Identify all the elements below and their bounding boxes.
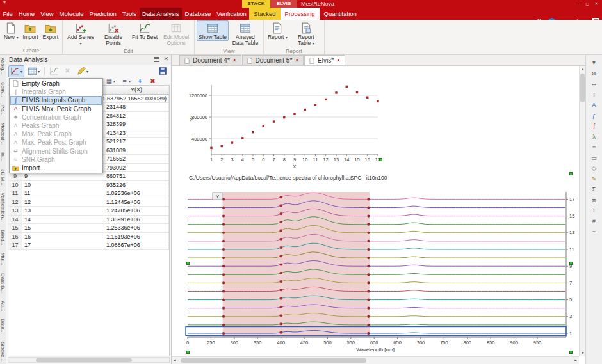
cell-y[interactable]: 1.25336e+06: [104, 224, 169, 232]
table-row[interactable]: 17171.08867e+06: [8, 241, 169, 250]
save-table-button[interactable]: [156, 65, 169, 77]
cell-y[interactable]: 328399: [104, 120, 169, 129]
float-panel-icon[interactable]: [154, 57, 159, 62]
table-row[interactable]: 16161.16193e+06: [8, 233, 169, 242]
close-icon[interactable]: ✕: [295, 58, 299, 63]
maximize-icon[interactable]: ◻: [585, 1, 589, 6]
dock-tab-3d-m[interactable]: 3D M...: [0, 169, 6, 186]
table-row[interactable]: 14141.35991e+06: [8, 216, 169, 225]
show-table-button[interactable]: Show Table: [197, 20, 229, 41]
pencil-tool-icon[interactable]: ✎: [589, 175, 600, 183]
cell-x[interactable]: 12: [22, 198, 104, 207]
menu-item-integrals-graph[interactable]: ∫Integrals Graph: [10, 88, 102, 96]
menu-item-peaks-graph[interactable]: ΛPeaks Graph: [10, 122, 102, 130]
scroll-left-icon[interactable]: ◄: [172, 357, 178, 364]
list-tool-icon[interactable]: ≡: [589, 143, 600, 151]
selection-handle[interactable]: [569, 262, 573, 265]
tab-quantitation[interactable]: Quantitation: [320, 8, 361, 20]
edit-model-options-button[interactable]: Edit Model Options: [160, 20, 192, 47]
dock-tab-molecul[interactable]: Molecul...: [0, 123, 6, 145]
selection-handle[interactable]: [379, 158, 382, 161]
menu-item-elvis-max-peak-graph[interactable]: ΛELVIS Max. Peak Graph: [10, 105, 102, 113]
delete-graph-button[interactable]: ✖: [62, 66, 73, 76]
menu-tab-molecule[interactable]: Molecule: [56, 8, 86, 20]
integral-tool-icon[interactable]: ∫: [589, 122, 600, 130]
cell-x[interactable]: 10: [22, 181, 104, 189]
arrayed-data-table-button[interactable]: Arrayed Data Table: [229, 20, 261, 47]
selection-handle[interactable]: [569, 351, 573, 354]
horizontal-scrollbar[interactable]: ◄ ►: [172, 356, 579, 364]
lambda-tool-icon[interactable]: λ: [589, 132, 600, 141]
minimize-icon[interactable]: ─: [577, 2, 580, 6]
cell-y[interactable]: 631089: [104, 146, 169, 155]
table-row[interactable]: 15151.25336e+06: [8, 224, 169, 233]
cell-y[interactable]: 1.02536e+06: [104, 189, 169, 198]
report-table-button[interactable]: Report Table ▾: [290, 20, 322, 47]
cell-y[interactable]: 231448: [104, 103, 169, 111]
scroll-right-icon[interactable]: ►: [573, 357, 579, 364]
dock-tab-verification[interactable]: Verification...: [0, 193, 6, 222]
dock-tab-com[interactable]: Com...: [0, 82, 6, 97]
pan-vertical-tool-icon[interactable]: ↕: [589, 90, 600, 99]
menu-item-elvis-integrals-graph[interactable]: ∫ELVIS Integrals Graph: [10, 96, 102, 104]
text-tool-icon[interactable]: A: [589, 100, 600, 109]
dock-tab-assig[interactable]: Assig...: [0, 58, 6, 74]
diamond-tool-icon[interactable]: ◇: [589, 164, 600, 172]
cell-y[interactable]: 793092: [104, 164, 169, 172]
menu-tab-database[interactable]: Database: [182, 8, 214, 20]
cell-y[interactable]: 1.16193e+06: [104, 233, 169, 241]
close-panel-icon[interactable]: ✕: [163, 56, 168, 62]
cell-y[interactable]: 1.24785e+06: [104, 207, 169, 215]
menu-tab-tools[interactable]: Tools: [119, 8, 139, 20]
rect-select-tool-icon[interactable]: ▭: [589, 154, 600, 162]
cursor-tool-icon[interactable]: ▾: [589, 58, 600, 67]
doc-tab-document-5[interactable]: Document 5*✕: [242, 55, 304, 65]
cell-y[interactable]: 264812: [104, 112, 169, 120]
cell-y[interactable]: 935226: [104, 181, 169, 189]
menu-item-max-peak-graph[interactable]: ΛMax. Peak Graph: [10, 130, 102, 138]
sum-tool-icon[interactable]: Σ: [589, 185, 600, 193]
scrollbar-thumb[interactable]: [36, 358, 132, 362]
title-tool-icon[interactable]: T: [589, 206, 600, 214]
wave-tool-icon[interactable]: ~: [589, 227, 600, 235]
selection-handle[interactable]: [186, 351, 190, 354]
cell-x[interactable]: 15: [22, 224, 104, 232]
dock-tab-pe[interactable]: Pe...: [0, 105, 6, 115]
new-button[interactable]: New ▾: [2, 20, 20, 41]
cell-x[interactable]: 14: [22, 216, 104, 224]
dock-tab-blind[interactable]: Blind...: [0, 230, 6, 245]
dock-horizontal-scrollbar[interactable]: [8, 357, 170, 363]
fit-to-best-button[interactable]: Fit To Best: [130, 20, 159, 41]
add-series-button[interactable]: Add Series ▾: [65, 20, 97, 47]
function-tool-icon[interactable]: ƒ: [589, 111, 600, 120]
zoom-tool-icon[interactable]: ⊕: [589, 69, 600, 77]
new-graph-button[interactable]: ▾: [8, 65, 24, 77]
table-row[interactable]: 13131.24785e+06: [8, 207, 169, 216]
appearance-button[interactable]: ▾: [74, 65, 90, 77]
table-row[interactable]: 11111.02536e+06: [8, 189, 169, 198]
cell-y[interactable]: 1.12445e+06: [104, 198, 169, 207]
menu-tab-prediction[interactable]: Prediction: [86, 8, 119, 20]
show-table-button[interactable]: ▾: [26, 65, 42, 77]
cell-y[interactable]: 413423: [104, 129, 169, 138]
menu-item-empty-graph[interactable]: Empty Graph: [10, 79, 102, 88]
grid-tool-icon[interactable]: #: [589, 217, 600, 225]
cell-y[interactable]: 1.35991e+06: [104, 216, 169, 224]
cell-y[interactable]: 1.08867e+06: [104, 241, 169, 249]
menu-item-concentration-graph[interactable]: ◆Concentration Graph: [10, 113, 102, 122]
dock-tab-stacke[interactable]: Stacke...: [0, 342, 6, 361]
table-row[interactable]: 1010935226: [8, 181, 169, 190]
selection-handle[interactable]: [186, 262, 190, 265]
close-window-icon[interactable]: ✕: [594, 1, 598, 6]
menu-tab-home[interactable]: Home: [15, 8, 37, 20]
menu-tab-verification[interactable]: Verification: [214, 8, 249, 20]
disable-points-button[interactable]: Disable Points: [97, 20, 129, 47]
report-button[interactable]: Report ▾: [266, 20, 289, 41]
scrollbar-thumb[interactable]: [181, 358, 366, 363]
cell-y[interactable]: 716552: [104, 155, 169, 163]
cell-x[interactable]: 16: [22, 233, 104, 241]
selection-handle[interactable]: [569, 172, 573, 175]
import-button[interactable]: Import: [20, 20, 40, 41]
export-button[interactable]: Export: [41, 20, 61, 41]
tab-processing[interactable]: Processing: [281, 8, 320, 20]
